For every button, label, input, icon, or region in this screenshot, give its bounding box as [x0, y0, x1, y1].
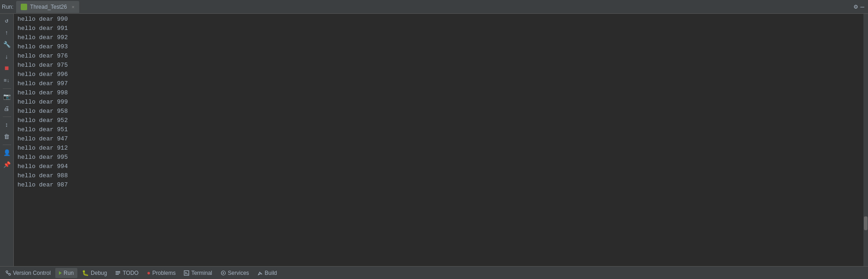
svg-rect-5 [116, 273, 120, 273]
console-line: hello dear 995 [14, 153, 863, 162]
svg-point-0 [6, 271, 8, 273]
tab-bar: Run: Thread_Test26 × ⚙ — [0, 0, 868, 14]
services-icon [221, 270, 226, 276]
debug-icon: 🐛 [82, 270, 89, 276]
top-right-icons: ⚙ — [854, 3, 868, 11]
svg-line-11 [261, 273, 262, 274]
todo-button[interactable]: TODO [111, 268, 142, 278]
svg-rect-4 [116, 271, 120, 272]
version-control-icon [6, 270, 11, 276]
build-icon [257, 270, 263, 276]
console-line: hello dear 987 [14, 180, 863, 190]
version-control-button[interactable]: Version Control [2, 268, 54, 278]
toolbar-separator-3 [3, 145, 11, 145]
console-line: hello dear 997 [14, 79, 863, 88]
dump-threads-button[interactable]: ≡↓ [2, 76, 12, 86]
todo-label: TODO [122, 270, 138, 276]
console-line: hello dear 999 [14, 98, 863, 107]
debug-button[interactable]: 🐛 Debug [78, 268, 111, 278]
console-line: hello dear 992 [14, 33, 863, 42]
run-tab[interactable]: Thread_Test26 × [16, 1, 79, 13]
services-button[interactable]: Services [217, 268, 253, 278]
console-line: hello dear 952 [14, 116, 863, 125]
console-line: hello dear 993 [14, 42, 863, 52]
console-line: hello dear 947 [14, 134, 863, 144]
minimize-icon[interactable]: — [861, 3, 864, 11]
svg-point-10 [222, 272, 224, 273]
problems-icon: ● [147, 269, 151, 276]
run-label-status: Run [64, 270, 74, 276]
stop-button[interactable]: ■ [2, 64, 12, 74]
right-scrollbar[interactable] [863, 14, 868, 266]
build-label: Build [265, 270, 277, 276]
settings-icon[interactable]: ⚙ [854, 3, 857, 11]
toolbar-separator-2 [3, 116, 11, 117]
left-toolbar: ↺ ↑ 🔧 ↓ ■ ≡↓ 📷 🖨 ↕ 🗑 👤 📌 [0, 14, 14, 266]
main-area: ↺ ↑ 🔧 ↓ ■ ≡↓ 📷 🖨 ↕ 🗑 👤 📌 hello dear 990h… [0, 14, 868, 266]
settings-button[interactable]: 🔧 [2, 40, 12, 50]
console-line: hello dear 912 [14, 144, 863, 153]
scroll-down-button[interactable]: ↓ [2, 52, 12, 62]
pin-button[interactable]: 📌 [2, 160, 12, 170]
console-output: hello dear 990hello dear 991hello dear 9… [14, 14, 863, 266]
scroll-up-button[interactable]: ↑ [2, 28, 12, 38]
terminal-icon [184, 270, 189, 276]
run-button[interactable]: Run [55, 268, 77, 278]
console-line: hello dear 996 [14, 70, 863, 79]
rerun-button[interactable]: ↺ [2, 16, 12, 26]
run-tab-icon [21, 4, 27, 10]
build-button[interactable]: Build [254, 268, 281, 278]
restore-button[interactable]: ↕ [2, 120, 12, 130]
services-label: Services [228, 270, 249, 276]
console-line: hello dear 975 [14, 61, 863, 70]
todo-icon [115, 270, 121, 276]
console-line: hello dear 951 [14, 125, 863, 134]
run-tab-label: Thread_Test26 [30, 4, 67, 10]
toolbar-separator-1 [3, 88, 11, 89]
status-bar: Version Control Run 🐛 Debug TODO ● Probl… [0, 266, 868, 279]
terminal-button[interactable]: Terminal [180, 268, 216, 278]
close-tab-button[interactable]: × [71, 4, 74, 10]
run-label: Run: [2, 4, 13, 10]
print-button[interactable]: 🖨 [2, 104, 12, 114]
version-control-label: Version Control [13, 270, 51, 276]
console-line: hello dear 988 [14, 171, 863, 180]
scrollbar-thumb[interactable] [864, 216, 868, 230]
console-line: hello dear 991 [14, 24, 863, 33]
terminal-label: Terminal [191, 270, 212, 276]
clear-button[interactable]: 🗑 [2, 132, 12, 142]
problems-label: Problems [152, 270, 176, 276]
console-line: hello dear 998 [14, 88, 863, 98]
user-button[interactable]: 👤 [2, 148, 12, 158]
screenshot-button[interactable]: 📷 [2, 92, 12, 102]
run-icon [59, 271, 62, 275]
console-line: hello dear 958 [14, 107, 863, 116]
console-line: hello dear 976 [14, 52, 863, 61]
console-line: hello dear 990 [14, 15, 863, 24]
svg-rect-6 [116, 274, 119, 275]
debug-label: Debug [91, 270, 107, 276]
problems-button[interactable]: ● Problems [143, 268, 180, 278]
console-line: hello dear 994 [14, 162, 863, 171]
